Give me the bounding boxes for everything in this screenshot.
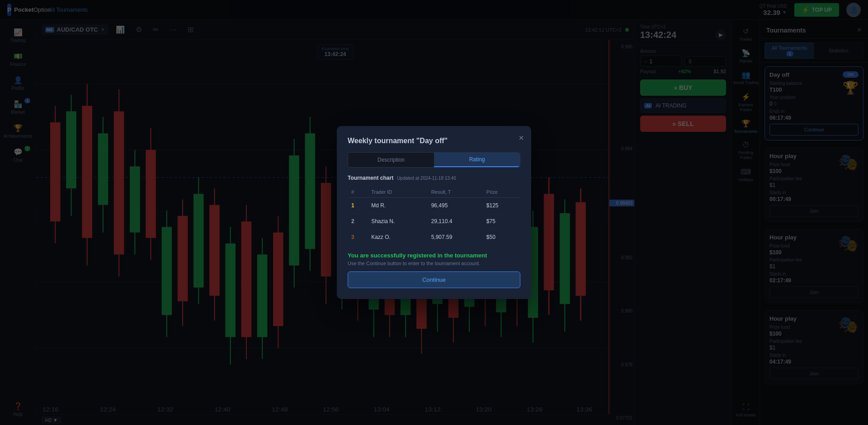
tournament-chart-updated: Updated at 2024-11-18 13:40 bbox=[397, 176, 456, 181]
modal-title: Weekly tournament "Day off" bbox=[348, 137, 520, 145]
modal-tab-rating[interactable]: Rating bbox=[434, 153, 520, 167]
modal-close-btn[interactable]: × bbox=[519, 133, 524, 142]
tournament-modal: Weekly tournament "Day off" × Descriptio… bbox=[337, 126, 531, 299]
table-row: 2 Shazia N. 29,110.4 $75 bbox=[348, 214, 520, 229]
table-row: 1 Md R. 96,495 $125 bbox=[348, 198, 520, 214]
modal-overlay[interactable]: Weekly tournament "Day off" × Descriptio… bbox=[0, 0, 868, 425]
tournament-table: # Trader ID Result, T Prize 1 Md R. 96,4… bbox=[348, 187, 520, 245]
tournament-chart-label: Tournament chart bbox=[348, 175, 393, 181]
table-row: 3 Kazz O. 5,907.59 $50 bbox=[348, 229, 520, 245]
modal-continue-btn[interactable]: Continue bbox=[348, 271, 520, 288]
success-message: You are successfully registered in the t… bbox=[348, 252, 520, 259]
modal-tab-description[interactable]: Description bbox=[348, 153, 434, 167]
success-sub: Use the Continue button to enter to the … bbox=[348, 261, 520, 266]
